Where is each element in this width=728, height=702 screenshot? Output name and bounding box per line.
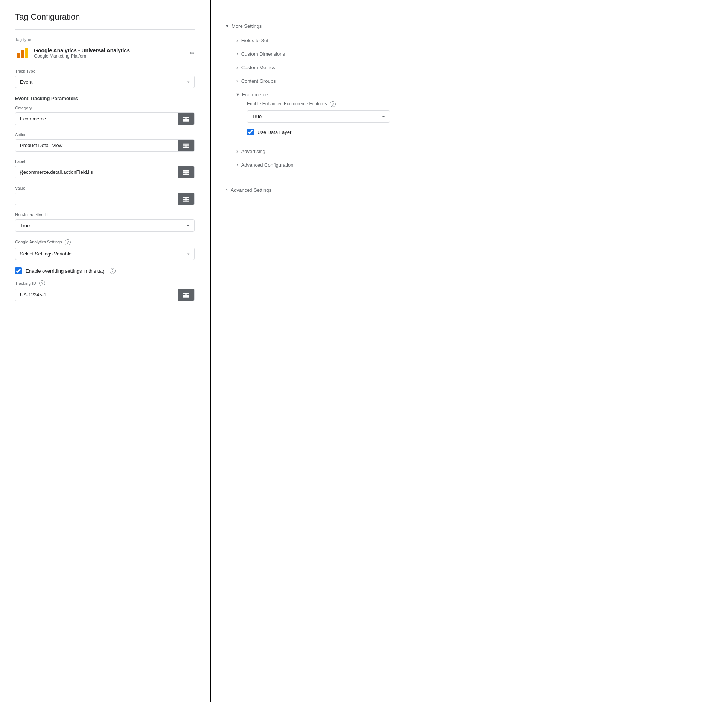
advanced-config-label: Advanced Configuration [241,162,294,168]
tag-type-label: Tag type [15,37,195,42]
category-brick-button[interactable] [178,113,194,125]
label-brick-button[interactable] [178,166,194,178]
value-brick-button[interactable] [178,193,194,205]
svg-rect-18 [183,197,189,198]
category-label: Category [15,106,195,110]
svg-rect-10 [186,145,189,146]
svg-rect-24 [183,295,186,296]
content-groups-label: Content Groups [241,78,276,84]
edit-icon[interactable]: ✏ [190,50,195,57]
ecommerce-header[interactable]: ▾ Ecommerce [236,88,713,101]
override-settings-checkbox[interactable] [15,267,22,274]
ga-settings-select[interactable]: Select Settings Variable... [15,248,195,260]
action-field-group: Action [15,132,195,152]
fields-to-set-chevron-icon: › [236,37,238,43]
advanced-config-header[interactable]: › Advanced Configuration [236,158,713,172]
svg-rect-3 [183,117,189,118]
ecommerce-chevron-icon: ▾ [236,91,239,97]
event-tracking-label: Event Tracking Parameters [15,96,195,101]
label-field-group: Label [15,159,195,178]
track-type-section: Track Type Event Page View Transaction [15,69,195,88]
category-input-row [15,112,195,125]
use-data-layer-checkbox[interactable] [247,129,254,135]
ga-settings-help-icon[interactable]: ? [65,239,71,245]
use-data-layer-row: Use Data Layer [247,129,713,135]
content-groups-header[interactable]: › Content Groups [236,74,713,88]
ga-icon [15,46,29,60]
svg-rect-1 [21,50,24,58]
svg-rect-21 [183,200,189,201]
ga-settings-section: Google Analytics Settings ? Select Setti… [15,239,195,260]
brick-icon-action [183,142,189,149]
svg-rect-17 [186,171,187,173]
tag-name: Google Analytics - Universal Analytics [34,47,184,53]
advertising-label: Advertising [241,149,265,154]
override-settings-label: Enable overriding settings in this tag [26,268,104,274]
advanced-config-chevron-icon: › [236,162,238,168]
action-input-row [15,139,195,152]
brick-icon [183,115,189,122]
tracking-id-brick-button[interactable] [178,289,194,301]
tracking-id-label-row: Tracking ID ? [15,280,195,286]
action-input[interactable] [15,140,178,151]
more-settings-content: › Fields to Set › Custom Dimensions › Cu… [226,33,713,175]
ga-settings-label-text: Google Analytics Settings [15,240,62,244]
advanced-settings-label: Advanced Settings [231,187,271,193]
category-input[interactable] [15,113,178,125]
page-title: Tag Configuration [15,12,195,22]
value-input[interactable] [15,193,178,205]
more-settings-header[interactable]: ▾ More Settings [226,18,713,33]
enable-ecommerce-help-icon[interactable]: ? [330,101,336,107]
svg-rect-11 [183,147,189,148]
svg-rect-5 [186,119,189,120]
brick-icon-tracking [183,292,189,298]
override-settings-help-icon[interactable]: ? [110,268,116,274]
event-tracking-section: Event Tracking Parameters Category [15,96,195,205]
enable-ecommerce-select[interactable]: True False [247,110,390,123]
custom-dimensions-chevron-icon: › [236,51,238,57]
label-input-row [15,166,195,178]
tag-info: Google Analytics - Universal Analytics G… [34,47,184,59]
svg-rect-7 [186,118,187,120]
advanced-settings-section: › Advanced Settings [226,182,713,198]
tracking-id-help-icon[interactable]: ? [39,280,45,286]
label-input[interactable] [15,166,178,178]
left-panel: Tag Configuration Tag type Google Analyt… [0,0,211,702]
tracking-id-input[interactable] [15,289,178,301]
track-type-label: Track Type [15,69,195,73]
action-brick-button[interactable] [178,140,194,151]
svg-rect-27 [186,294,187,296]
brick-icon-value [183,196,189,202]
svg-rect-15 [186,172,189,173]
non-interaction-label: Non-Interaction Hit [15,213,195,217]
more-settings-chevron-icon: ▾ [226,23,228,29]
fields-to-set-header[interactable]: › Fields to Set [236,33,713,47]
track-type-select[interactable]: Event Page View Transaction [15,76,195,88]
tag-type-row: Google Analytics - Universal Analytics G… [15,46,195,60]
svg-rect-16 [183,173,189,175]
svg-rect-19 [183,199,186,200]
fields-to-set-label: Fields to Set [241,38,268,43]
non-interaction-select[interactable]: True False [15,219,195,232]
svg-rect-23 [183,293,189,294]
advertising-header[interactable]: › Advertising [236,144,713,158]
svg-rect-0 [17,53,20,58]
svg-rect-6 [183,120,189,121]
more-settings-label: More Settings [231,23,262,29]
non-interaction-section: Non-Interaction Hit True False [15,213,195,232]
advanced-settings-header[interactable]: › Advanced Settings [226,182,713,198]
label-field-label: Label [15,159,195,164]
more-settings-section: ▾ More Settings › Fields to Set › Custom… [226,18,713,175]
svg-rect-8 [183,143,189,144]
brick-icon-label [183,169,189,176]
custom-metrics-header[interactable]: › Custom Metrics [236,61,713,74]
category-field-group: Category [15,106,195,125]
title-divider [15,29,195,30]
right-panel: ▾ More Settings › Fields to Set › Custom… [211,0,728,702]
custom-dimensions-header[interactable]: › Custom Dimensions [236,47,713,61]
tag-type-section: Tag type Google Analytics - Universal An… [15,37,195,60]
svg-rect-12 [186,144,187,147]
action-label: Action [15,132,195,137]
svg-rect-4 [183,119,186,120]
svg-rect-26 [183,296,189,297]
